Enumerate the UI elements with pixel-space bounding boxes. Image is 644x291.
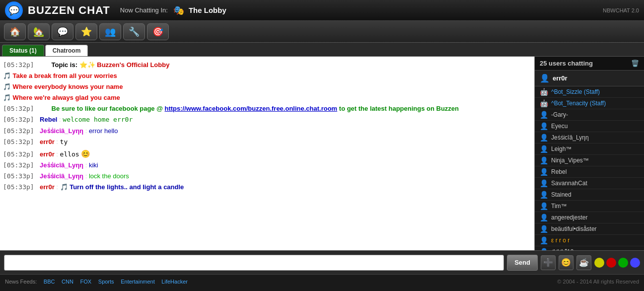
current-user-avatar: 👤 (540, 73, 550, 83)
user-avatar: 🤖 (540, 99, 548, 107)
list-item[interactable]: 👤 Tim™ (535, 201, 644, 212)
toolbar-home2-btn[interactable]: 🏡 (28, 23, 50, 40)
user-avatar: 👤 (540, 122, 548, 130)
user-name: ℭℭℭ₫19 (551, 248, 573, 250)
list-item[interactable]: 👤 Rebel (535, 166, 644, 178)
user-name: Jeṡṡicîâ_Lyηη (551, 134, 589, 141)
user-name: Tim™ (551, 203, 567, 210)
list-item[interactable]: 👤 Eyecu (535, 121, 644, 132)
user-name: Leigh™ (551, 146, 572, 152)
user-avatar: 👤 (540, 145, 548, 153)
chat-input[interactable] (4, 255, 504, 271)
user-avatar: 🤖 (540, 88, 548, 96)
tab-status[interactable]: Status (1) (2, 45, 44, 56)
toolbar-home-btn[interactable]: 🏠 (4, 23, 26, 40)
version-label: NBWCHAT 2.0 (603, 7, 639, 13)
msg-err0r-3: [05:33p] err0r : 🎵 Turn off the lights..… (3, 182, 531, 193)
list-item[interactable]: 👤 -Gary- (535, 109, 644, 121)
msg-facebook: [05:32p] Be sure to like our facebook pa… (3, 103, 531, 114)
news-feeds-bar: News Feeds: BBC CNN FOX Sports Entertain… (0, 274, 644, 288)
chatting-in-label: Now Chatting In: (120, 6, 168, 14)
header: 💬 BUZZEN CHAT Now Chatting In: 🎭 The Lob… (0, 0, 644, 21)
news-entertainment[interactable]: Entertainment (121, 279, 154, 285)
list-item[interactable]: 🤖 ^Bot_Sizzle (Staff) (535, 86, 644, 98)
list-item[interactable]: 👤 beäutiful•disåster (535, 223, 644, 235)
list-item[interactable]: 👤 Stained (535, 189, 644, 201)
news-sports[interactable]: Sports (98, 279, 114, 285)
facebook-link[interactable]: https://www.facebook.com/buzzen.free.onl… (165, 105, 338, 112)
user-avatar: 👤 (540, 214, 548, 221)
msg-err0r-1: [05:32p] err0r : ty (3, 137, 531, 147)
user-avatar: 👤 (540, 248, 548, 250)
coffee-icon-btn[interactable]: ☕ (576, 255, 591, 270)
user-avatar: 👤 (540, 156, 548, 164)
list-item[interactable]: 👤 ε r r ο r (535, 235, 644, 246)
list-item[interactable]: 🤖 ^Bot_Tenacity (Staff) (535, 98, 644, 109)
msg-jessica-2: [05:32p] Jeṡṡicîâ_Lyηη : kiki (3, 160, 531, 171)
send-button[interactable]: Send (507, 255, 538, 271)
users-count: 25 users chatting (540, 60, 593, 67)
status-dot-blue[interactable] (630, 258, 640, 268)
news-feeds-links: News Feeds: BBC CNN FOX Sports Entertain… (5, 278, 188, 285)
msg-lyric-3: 🎵 Where we're always glad you came (3, 92, 531, 103)
user-avatar: 👤 (540, 111, 548, 119)
user-name: Ninja_Vipes™ (551, 157, 589, 164)
status-icons (594, 258, 640, 268)
toolbar: 🏠 🏡 💬 ⭐ 👥 🔧 🎯 (0, 21, 644, 43)
smiley-icon-btn[interactable]: 😊 (559, 255, 573, 270)
status-dot-red[interactable] (606, 258, 616, 268)
msg-jessica-3: [05:33p] Jeṡṡicîâ_Lyηη : lock the doors (3, 171, 531, 182)
msg-jessica-1: [05:32p] Jeṡṡicîâ_Lyηη : error hello (3, 126, 531, 137)
user-avatar: 👤 (540, 168, 548, 176)
user-avatar: 👤 (540, 225, 548, 233)
current-user-bar: 👤 err0r (535, 71, 644, 86)
add-icon-btn[interactable]: ➕ (541, 255, 556, 270)
list-item[interactable]: 👤 ℭℭℭ₫19 (535, 246, 644, 250)
list-item[interactable]: 👤 SavannahCat (535, 178, 644, 189)
user-name: beäutiful•disåster (551, 225, 597, 232)
user-name: Rebel (551, 168, 567, 175)
user-name: SavannahCat (551, 180, 587, 187)
user-avatar: 👤 (540, 236, 548, 244)
list-item[interactable]: 👤 Jeṡṡicîâ_Lyηη (535, 132, 644, 144)
msg-lyric-1: 🎵 Take a break from all your worries (3, 71, 531, 81)
lobby-icon: 🎭 (171, 5, 187, 16)
toolbar-users-btn[interactable]: 👥 (99, 23, 121, 40)
chat-messages[interactable]: [05:32p] Topic is: ⭐✨ Buzzen's Official … (0, 57, 534, 250)
user-name: Eyecu (551, 123, 568, 130)
users-panel: 25 users chatting 🗑️ 👤 err0r 🤖 ^Bot_Sizz… (535, 57, 644, 250)
tab-chatroom[interactable]: Chatroom (45, 45, 88, 56)
status-dot-green[interactable] (618, 258, 628, 268)
tabs-bar: Status (1) Chatroom (0, 43, 644, 57)
news-feeds-label: News Feeds: (5, 279, 37, 285)
logo-icon: 💬 (5, 1, 23, 19)
user-name: ε r r ο r (551, 237, 570, 244)
news-cnn[interactable]: CNN (62, 279, 73, 285)
users-header: 25 users chatting 🗑️ (535, 57, 644, 71)
msg-rebel: [05:32p] Rebel : welcome home err0r (3, 114, 531, 125)
msg-topic: [05:32p] Topic is: ⭐✨ Buzzen's Official … (3, 60, 531, 71)
copyright-label: © 2004 - 2014 All rights Reserved (557, 279, 639, 285)
chat-area: [05:32p] Topic is: ⭐✨ Buzzen's Official … (0, 57, 535, 250)
app-title: BUZZEN CHAT (28, 4, 110, 17)
list-item[interactable]: 👤 Leigh™ (535, 144, 644, 155)
news-fox[interactable]: FOX (80, 279, 92, 285)
user-avatar: 👤 (540, 202, 548, 210)
toolbar-chat-btn[interactable]: 💬 (52, 23, 73, 40)
msg-lyric-2: 🎵 Where everybody knows your name (3, 81, 531, 92)
user-name: Stained (551, 191, 572, 198)
trash-icon[interactable]: 🗑️ (631, 60, 639, 67)
list-item[interactable]: 👤 Ninja_Vipes™ (535, 155, 644, 166)
users-list[interactable]: 🤖 ^Bot_Sizzle (Staff) 🤖 ^Bot_Tenacity (S… (535, 86, 644, 250)
user-avatar: 👤 (540, 134, 548, 142)
toolbar-favorites-btn[interactable]: ⭐ (75, 23, 97, 40)
lobby-name: The Lobby (189, 6, 226, 14)
list-item[interactable]: 👤 angeredjester (535, 212, 644, 223)
toolbar-extra-btn[interactable]: 🎯 (147, 23, 169, 40)
status-dot-yellow[interactable] (594, 258, 604, 268)
user-name: ^Bot_Sizzle (Staff) (551, 88, 600, 95)
news-bbc[interactable]: BBC (44, 279, 55, 285)
user-avatar: 👤 (540, 179, 548, 187)
toolbar-settings-btn[interactable]: 🔧 (123, 23, 145, 40)
news-lifehacker[interactable]: LifeHacker (161, 279, 188, 285)
